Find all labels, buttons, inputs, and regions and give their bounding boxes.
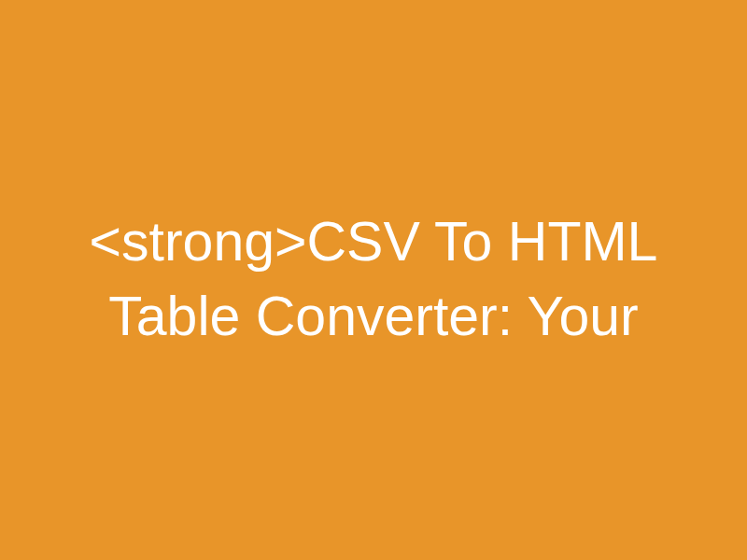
page-title: <strong>CSV To HTML Table Converter: You… (0, 205, 747, 354)
